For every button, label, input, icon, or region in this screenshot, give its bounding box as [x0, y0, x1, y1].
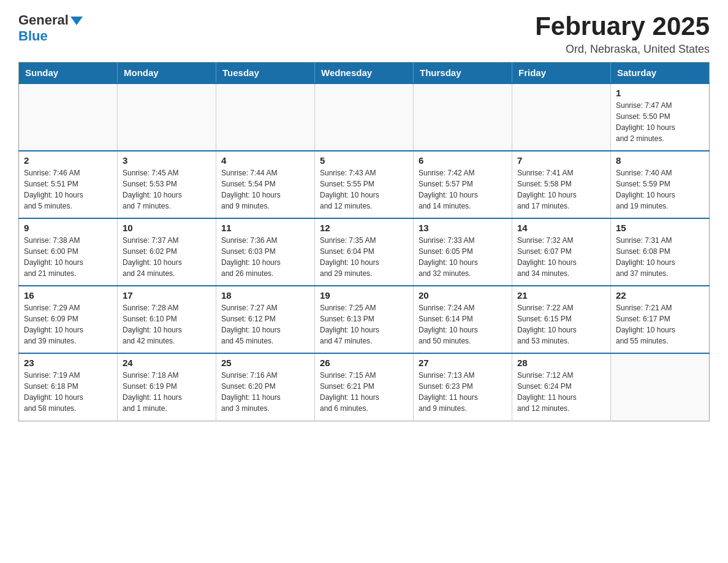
calendar-cell: 8Sunrise: 7:40 AM Sunset: 5:59 PM Daylig… — [611, 151, 710, 218]
day-number: 26 — [320, 358, 408, 368]
calendar-cell: 7Sunrise: 7:41 AM Sunset: 5:58 PM Daylig… — [512, 151, 611, 218]
month-title: February 2025 — [535, 12, 710, 40]
day-number: 27 — [419, 358, 507, 368]
week-row-1: 1Sunrise: 7:47 AM Sunset: 5:50 PM Daylig… — [19, 83, 710, 151]
week-row-4: 16Sunrise: 7:29 AM Sunset: 6:09 PM Dayli… — [19, 286, 710, 353]
calendar-cell: 11Sunrise: 7:36 AM Sunset: 6:03 PM Dayli… — [216, 218, 315, 286]
calendar-cell: 24Sunrise: 7:18 AM Sunset: 6:19 PM Dayli… — [118, 353, 216, 421]
day-header-tuesday: Tuesday — [216, 63, 315, 84]
calendar-cell: 14Sunrise: 7:32 AM Sunset: 6:07 PM Dayli… — [512, 218, 611, 286]
page-header: General Blue February 2025 Ord, Nebraska… — [18, 12, 710, 56]
calendar-cell: 12Sunrise: 7:35 AM Sunset: 6:04 PM Dayli… — [315, 218, 414, 286]
day-info: Sunrise: 7:15 AM Sunset: 6:21 PM Dayligh… — [320, 370, 408, 414]
day-number: 16 — [24, 290, 112, 301]
day-info: Sunrise: 7:37 AM Sunset: 6:02 PM Dayligh… — [123, 235, 211, 279]
day-header-saturday: Saturday — [611, 63, 710, 84]
calendar-cell: 4Sunrise: 7:44 AM Sunset: 5:54 PM Daylig… — [216, 151, 315, 218]
day-info: Sunrise: 7:28 AM Sunset: 6:10 PM Dayligh… — [123, 302, 211, 347]
calendar-cell — [315, 83, 414, 151]
calendar-cell: 17Sunrise: 7:28 AM Sunset: 6:10 PM Dayli… — [118, 286, 216, 353]
location-text: Ord, Nebraska, United States — [535, 43, 710, 56]
day-number: 18 — [221, 290, 309, 301]
day-number: 22 — [616, 290, 704, 301]
day-info: Sunrise: 7:18 AM Sunset: 6:19 PM Dayligh… — [123, 370, 211, 414]
day-number: 13 — [419, 223, 507, 233]
day-info: Sunrise: 7:36 AM Sunset: 6:03 PM Dayligh… — [221, 235, 309, 279]
calendar-cell — [118, 83, 216, 151]
calendar-cell: 21Sunrise: 7:22 AM Sunset: 6:15 PM Dayli… — [512, 286, 611, 353]
calendar-cell: 6Sunrise: 7:42 AM Sunset: 5:57 PM Daylig… — [414, 151, 512, 218]
day-header-monday: Monday — [118, 63, 216, 84]
calendar-cell: 15Sunrise: 7:31 AM Sunset: 6:08 PM Dayli… — [611, 218, 710, 286]
calendar-cell: 10Sunrise: 7:37 AM Sunset: 6:02 PM Dayli… — [118, 218, 216, 286]
day-info: Sunrise: 7:24 AM Sunset: 6:14 PM Dayligh… — [419, 302, 507, 347]
day-number: 23 — [24, 358, 112, 368]
calendar-cell — [414, 83, 512, 151]
day-header-friday: Friday — [512, 63, 611, 84]
week-row-5: 23Sunrise: 7:19 AM Sunset: 6:18 PM Dayli… — [19, 353, 710, 421]
calendar-table: SundayMondayTuesdayWednesdayThursdayFrid… — [18, 62, 710, 421]
day-number: 12 — [320, 223, 408, 233]
calendar-cell: 27Sunrise: 7:13 AM Sunset: 6:23 PM Dayli… — [414, 353, 512, 421]
day-header-sunday: Sunday — [19, 63, 118, 84]
title-section: February 2025 Ord, Nebraska, United Stat… — [535, 12, 710, 56]
calendar-cell: 5Sunrise: 7:43 AM Sunset: 5:55 PM Daylig… — [315, 151, 414, 218]
day-number: 24 — [123, 358, 211, 368]
day-info: Sunrise: 7:29 AM Sunset: 6:09 PM Dayligh… — [24, 302, 112, 347]
day-info: Sunrise: 7:35 AM Sunset: 6:04 PM Dayligh… — [320, 235, 408, 279]
day-number: 5 — [320, 155, 408, 166]
day-info: Sunrise: 7:46 AM Sunset: 5:51 PM Dayligh… — [24, 167, 112, 212]
calendar-cell — [216, 83, 315, 151]
calendar-cell — [512, 83, 611, 151]
calendar-cell: 2Sunrise: 7:46 AM Sunset: 5:51 PM Daylig… — [19, 151, 118, 218]
logo-arrow-icon — [70, 17, 83, 25]
day-number: 28 — [517, 358, 605, 368]
day-info: Sunrise: 7:45 AM Sunset: 5:53 PM Dayligh… — [123, 167, 211, 212]
logo: General Blue — [18, 12, 83, 44]
day-number: 15 — [616, 223, 704, 233]
day-number: 10 — [123, 223, 211, 233]
day-number: 14 — [517, 223, 605, 233]
calendar-cell: 25Sunrise: 7:16 AM Sunset: 6:20 PM Dayli… — [216, 353, 315, 421]
week-row-2: 2Sunrise: 7:46 AM Sunset: 5:51 PM Daylig… — [19, 151, 710, 218]
day-info: Sunrise: 7:42 AM Sunset: 5:57 PM Dayligh… — [419, 167, 507, 212]
day-info: Sunrise: 7:38 AM Sunset: 6:00 PM Dayligh… — [24, 235, 112, 279]
calendar-cell: 18Sunrise: 7:27 AM Sunset: 6:12 PM Dayli… — [216, 286, 315, 353]
calendar-cell — [19, 83, 118, 151]
day-number: 2 — [24, 155, 112, 166]
day-info: Sunrise: 7:27 AM Sunset: 6:12 PM Dayligh… — [221, 302, 309, 347]
day-number: 20 — [419, 290, 507, 301]
calendar-cell: 19Sunrise: 7:25 AM Sunset: 6:13 PM Dayli… — [315, 286, 414, 353]
day-info: Sunrise: 7:21 AM Sunset: 6:17 PM Dayligh… — [616, 302, 704, 347]
calendar-cell: 9Sunrise: 7:38 AM Sunset: 6:00 PM Daylig… — [19, 218, 118, 286]
day-info: Sunrise: 7:22 AM Sunset: 6:15 PM Dayligh… — [517, 302, 605, 347]
calendar-cell: 22Sunrise: 7:21 AM Sunset: 6:17 PM Dayli… — [611, 286, 710, 353]
day-info: Sunrise: 7:31 AM Sunset: 6:08 PM Dayligh… — [616, 235, 704, 279]
calendar-cell: 28Sunrise: 7:12 AM Sunset: 6:24 PM Dayli… — [512, 353, 611, 421]
logo-general-text: General — [18, 12, 69, 28]
day-info: Sunrise: 7:33 AM Sunset: 6:05 PM Dayligh… — [419, 235, 507, 279]
calendar-cell: 13Sunrise: 7:33 AM Sunset: 6:05 PM Dayli… — [414, 218, 512, 286]
calendar-cell — [611, 353, 710, 421]
day-number: 25 — [221, 358, 309, 368]
day-info: Sunrise: 7:25 AM Sunset: 6:13 PM Dayligh… — [320, 302, 408, 347]
day-number: 6 — [419, 155, 507, 166]
calendar-cell: 26Sunrise: 7:15 AM Sunset: 6:21 PM Dayli… — [315, 353, 414, 421]
day-info: Sunrise: 7:43 AM Sunset: 5:55 PM Dayligh… — [320, 167, 408, 212]
day-info: Sunrise: 7:40 AM Sunset: 5:59 PM Dayligh… — [616, 167, 704, 212]
day-number: 11 — [221, 223, 309, 233]
day-number: 9 — [24, 223, 112, 233]
calendar-cell: 23Sunrise: 7:19 AM Sunset: 6:18 PM Dayli… — [19, 353, 118, 421]
calendar-cell: 3Sunrise: 7:45 AM Sunset: 5:53 PM Daylig… — [118, 151, 216, 218]
calendar-cell: 16Sunrise: 7:29 AM Sunset: 6:09 PM Dayli… — [19, 286, 118, 353]
day-header-thursday: Thursday — [414, 63, 512, 84]
day-info: Sunrise: 7:16 AM Sunset: 6:20 PM Dayligh… — [221, 370, 309, 414]
day-info: Sunrise: 7:44 AM Sunset: 5:54 PM Dayligh… — [221, 167, 309, 212]
day-number: 1 — [616, 88, 704, 98]
days-header-row: SundayMondayTuesdayWednesdayThursdayFrid… — [19, 63, 710, 84]
day-info: Sunrise: 7:32 AM Sunset: 6:07 PM Dayligh… — [517, 235, 605, 279]
day-number: 17 — [123, 290, 211, 301]
day-number: 21 — [517, 290, 605, 301]
calendar-cell: 20Sunrise: 7:24 AM Sunset: 6:14 PM Dayli… — [414, 286, 512, 353]
day-number: 7 — [517, 155, 605, 166]
